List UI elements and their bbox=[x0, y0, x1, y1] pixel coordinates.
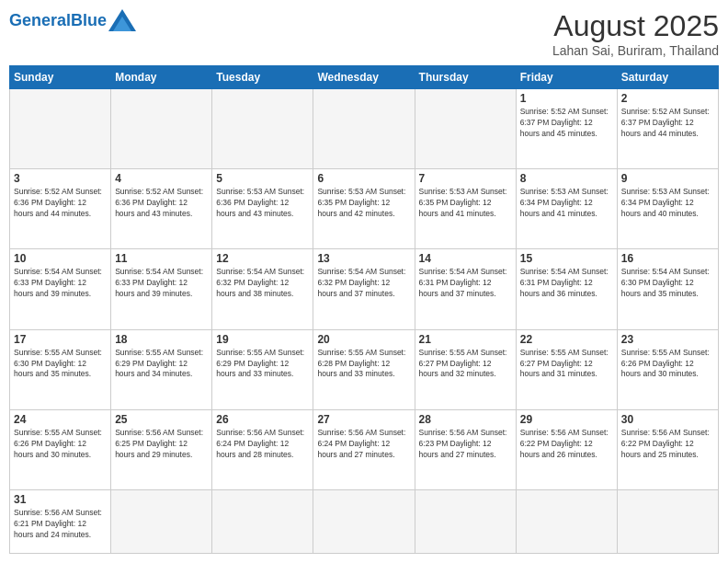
calendar-cell: 24Sunrise: 5:55 AM Sunset: 6:26 PM Dayli… bbox=[10, 409, 111, 489]
calendar-cell: 6Sunrise: 5:53 AM Sunset: 6:35 PM Daylig… bbox=[313, 169, 415, 249]
calendar-cell: 11Sunrise: 5:54 AM Sunset: 6:33 PM Dayli… bbox=[111, 249, 212, 329]
calendar-cell: 19Sunrise: 5:55 AM Sunset: 6:29 PM Dayli… bbox=[212, 329, 313, 409]
day-info: Sunrise: 5:54 AM Sunset: 6:31 PM Dayligh… bbox=[520, 267, 613, 300]
day-number: 10 bbox=[14, 252, 107, 265]
day-number: 5 bbox=[216, 172, 309, 185]
day-info: Sunrise: 5:52 AM Sunset: 6:37 PM Dayligh… bbox=[621, 107, 714, 140]
day-number: 16 bbox=[621, 252, 714, 265]
day-number: 2 bbox=[621, 92, 714, 105]
calendar-cell: 4Sunrise: 5:52 AM Sunset: 6:36 PM Daylig… bbox=[111, 169, 212, 249]
day-info: Sunrise: 5:56 AM Sunset: 6:24 PM Dayligh… bbox=[216, 428, 309, 461]
calendar-cell: 16Sunrise: 5:54 AM Sunset: 6:30 PM Dayli… bbox=[617, 249, 718, 329]
logo: GeneralBlue bbox=[9, 9, 136, 31]
day-info: Sunrise: 5:55 AM Sunset: 6:29 PM Dayligh… bbox=[115, 348, 208, 381]
calendar-table: Sunday Monday Tuesday Wednesday Thursday… bbox=[9, 65, 719, 554]
day-number: 13 bbox=[317, 252, 410, 265]
day-number: 30 bbox=[621, 413, 714, 426]
calendar-cell bbox=[415, 490, 516, 554]
day-info: Sunrise: 5:56 AM Sunset: 6:22 PM Dayligh… bbox=[621, 428, 714, 461]
day-info: Sunrise: 5:53 AM Sunset: 6:34 PM Dayligh… bbox=[621, 187, 714, 220]
day-info: Sunrise: 5:53 AM Sunset: 6:34 PM Dayligh… bbox=[520, 187, 613, 220]
day-info: Sunrise: 5:56 AM Sunset: 6:23 PM Dayligh… bbox=[419, 428, 512, 461]
calendar-cell bbox=[617, 490, 718, 554]
day-info: Sunrise: 5:52 AM Sunset: 6:37 PM Dayligh… bbox=[520, 107, 613, 140]
col-friday: Friday bbox=[516, 66, 617, 89]
calendar-cell bbox=[313, 89, 415, 169]
day-number: 22 bbox=[520, 333, 613, 346]
day-info: Sunrise: 5:56 AM Sunset: 6:21 PM Dayligh… bbox=[14, 508, 107, 541]
day-number: 31 bbox=[14, 493, 107, 506]
day-number: 18 bbox=[115, 333, 208, 346]
calendar-cell: 1Sunrise: 5:52 AM Sunset: 6:37 PM Daylig… bbox=[516, 89, 617, 169]
calendar-cell: 21Sunrise: 5:55 AM Sunset: 6:27 PM Dayli… bbox=[415, 329, 516, 409]
col-monday: Monday bbox=[111, 66, 212, 89]
col-tuesday: Tuesday bbox=[212, 66, 313, 89]
day-info: Sunrise: 5:54 AM Sunset: 6:31 PM Dayligh… bbox=[419, 267, 512, 300]
day-number: 1 bbox=[520, 92, 613, 105]
day-number: 26 bbox=[216, 413, 309, 426]
day-number: 3 bbox=[14, 172, 107, 185]
day-info: Sunrise: 5:55 AM Sunset: 6:27 PM Dayligh… bbox=[520, 348, 613, 381]
day-info: Sunrise: 5:55 AM Sunset: 6:27 PM Dayligh… bbox=[419, 348, 512, 381]
calendar-cell: 13Sunrise: 5:54 AM Sunset: 6:32 PM Dayli… bbox=[313, 249, 415, 329]
day-info: Sunrise: 5:54 AM Sunset: 6:32 PM Dayligh… bbox=[317, 267, 410, 300]
col-saturday: Saturday bbox=[617, 66, 718, 89]
calendar-cell: 14Sunrise: 5:54 AM Sunset: 6:31 PM Dayli… bbox=[415, 249, 516, 329]
day-info: Sunrise: 5:52 AM Sunset: 6:36 PM Dayligh… bbox=[115, 187, 208, 220]
day-number: 29 bbox=[520, 413, 613, 426]
logo-blue: Blue bbox=[71, 11, 107, 29]
calendar-cell: 29Sunrise: 5:56 AM Sunset: 6:22 PM Dayli… bbox=[516, 409, 617, 489]
day-info: Sunrise: 5:55 AM Sunset: 6:26 PM Dayligh… bbox=[621, 348, 714, 381]
day-number: 19 bbox=[216, 333, 309, 346]
calendar-cell: 15Sunrise: 5:54 AM Sunset: 6:31 PM Dayli… bbox=[516, 249, 617, 329]
calendar-cell bbox=[212, 89, 313, 169]
day-number: 25 bbox=[115, 413, 208, 426]
day-info: Sunrise: 5:53 AM Sunset: 6:35 PM Dayligh… bbox=[317, 187, 410, 220]
calendar-cell: 3Sunrise: 5:52 AM Sunset: 6:36 PM Daylig… bbox=[10, 169, 111, 249]
calendar-cell: 18Sunrise: 5:55 AM Sunset: 6:29 PM Dayli… bbox=[111, 329, 212, 409]
calendar-cell: 17Sunrise: 5:55 AM Sunset: 6:30 PM Dayli… bbox=[10, 329, 111, 409]
day-number: 14 bbox=[419, 252, 512, 265]
day-info: Sunrise: 5:56 AM Sunset: 6:25 PM Dayligh… bbox=[115, 428, 208, 461]
calendar-cell: 30Sunrise: 5:56 AM Sunset: 6:22 PM Dayli… bbox=[617, 409, 718, 489]
day-number: 12 bbox=[216, 252, 309, 265]
calendar-cell: 7Sunrise: 5:53 AM Sunset: 6:35 PM Daylig… bbox=[415, 169, 516, 249]
calendar-cell: 8Sunrise: 5:53 AM Sunset: 6:34 PM Daylig… bbox=[516, 169, 617, 249]
day-number: 15 bbox=[520, 252, 613, 265]
subtitle: Lahan Sai, Buriram, Thailand bbox=[552, 43, 719, 58]
calendar-cell bbox=[313, 490, 415, 554]
day-info: Sunrise: 5:56 AM Sunset: 6:22 PM Dayligh… bbox=[520, 428, 613, 461]
day-info: Sunrise: 5:55 AM Sunset: 6:28 PM Dayligh… bbox=[317, 348, 410, 381]
calendar-cell bbox=[212, 490, 313, 554]
col-thursday: Thursday bbox=[415, 66, 516, 89]
day-number: 7 bbox=[419, 172, 512, 185]
title-block: August 2025 Lahan Sai, Buriram, Thailand bbox=[552, 9, 719, 58]
calendar-cell: 27Sunrise: 5:56 AM Sunset: 6:24 PM Dayli… bbox=[313, 409, 415, 489]
calendar-cell bbox=[10, 89, 111, 169]
calendar-cell: 26Sunrise: 5:56 AM Sunset: 6:24 PM Dayli… bbox=[212, 409, 313, 489]
header: GeneralBlue August 2025 Lahan Sai, Burir… bbox=[9, 9, 719, 58]
calendar-cell: 23Sunrise: 5:55 AM Sunset: 6:26 PM Dayli… bbox=[617, 329, 718, 409]
day-info: Sunrise: 5:53 AM Sunset: 6:36 PM Dayligh… bbox=[216, 187, 309, 220]
calendar-header-row: Sunday Monday Tuesday Wednesday Thursday… bbox=[10, 66, 719, 89]
day-info: Sunrise: 5:54 AM Sunset: 6:32 PM Dayligh… bbox=[216, 267, 309, 300]
month-title: August 2025 bbox=[552, 9, 719, 43]
day-number: 11 bbox=[115, 252, 208, 265]
day-info: Sunrise: 5:55 AM Sunset: 6:29 PM Dayligh… bbox=[216, 348, 309, 381]
calendar-cell: 31Sunrise: 5:56 AM Sunset: 6:21 PM Dayli… bbox=[10, 490, 111, 554]
calendar-cell: 20Sunrise: 5:55 AM Sunset: 6:28 PM Dayli… bbox=[313, 329, 415, 409]
day-number: 17 bbox=[14, 333, 107, 346]
calendar-cell: 2Sunrise: 5:52 AM Sunset: 6:37 PM Daylig… bbox=[617, 89, 718, 169]
calendar-cell: 10Sunrise: 5:54 AM Sunset: 6:33 PM Dayli… bbox=[10, 249, 111, 329]
day-number: 20 bbox=[317, 333, 410, 346]
logo-general: General bbox=[9, 11, 71, 29]
day-number: 23 bbox=[621, 333, 714, 346]
day-info: Sunrise: 5:55 AM Sunset: 6:30 PM Dayligh… bbox=[14, 348, 107, 381]
day-number: 6 bbox=[317, 172, 410, 185]
day-number: 28 bbox=[419, 413, 512, 426]
day-info: Sunrise: 5:53 AM Sunset: 6:35 PM Dayligh… bbox=[419, 187, 512, 220]
day-info: Sunrise: 5:54 AM Sunset: 6:33 PM Dayligh… bbox=[115, 267, 208, 300]
day-number: 24 bbox=[14, 413, 107, 426]
day-info: Sunrise: 5:55 AM Sunset: 6:26 PM Dayligh… bbox=[14, 428, 107, 461]
calendar-cell: 28Sunrise: 5:56 AM Sunset: 6:23 PM Dayli… bbox=[415, 409, 516, 489]
